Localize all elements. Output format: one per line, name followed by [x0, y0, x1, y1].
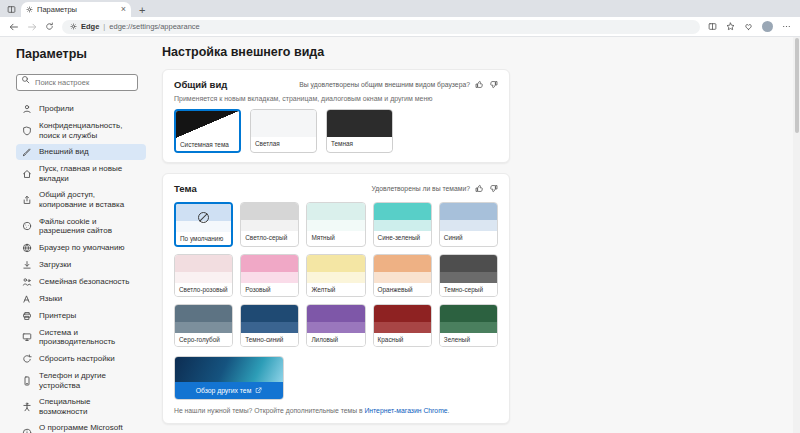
theme-tile[interactable]: Темно-синий — [240, 304, 299, 347]
theme-tile[interactable]: Светло-серый — [240, 202, 299, 247]
theme-label: Серо-голубой — [175, 333, 232, 346]
theme-label: Желтый — [307, 283, 364, 296]
browser-essentials-icon[interactable] — [744, 22, 753, 31]
tab-bar: Параметры × + — [0, 0, 800, 17]
more-menu-icon[interactable] — [782, 22, 791, 31]
theme-label: Лиловый — [307, 333, 364, 346]
phone-icon — [22, 376, 32, 386]
page-scrollbar[interactable] — [793, 37, 800, 433]
theme-tile[interactable]: Красный — [373, 304, 432, 347]
thumbs-up-icon[interactable] — [475, 80, 484, 89]
theme-label: Мятный — [307, 231, 364, 244]
theme-tile[interactable]: Лиловый — [306, 304, 365, 347]
themes-footer-text: Не нашли нужной темы? Откройте дополните… — [174, 407, 364, 414]
theme-preview — [374, 203, 431, 231]
thumbs-down-icon[interactable] — [489, 184, 498, 193]
tab-actions-icon[interactable] — [7, 5, 16, 14]
theme-preview — [241, 203, 298, 231]
general-options: Системная темаСветлаяТемная — [174, 109, 498, 153]
sidebar-item-label: Файлы cookie и разрешения сайтов — [39, 217, 140, 236]
sidebar-item-label: Семейная безопасность — [39, 277, 129, 287]
overall-appearance-option-dark[interactable]: Темная — [326, 109, 393, 153]
sidebar-item-reset-settings[interactable]: Сбросить настройки — [16, 351, 146, 367]
sidebar-item-about[interactable]: О программе Microsoft Edge — [16, 420, 146, 433]
overall-appearance-option-light[interactable]: Светлая — [250, 109, 317, 153]
sidebar-item-languages[interactable]: Языки — [16, 291, 146, 307]
favorites-star-icon[interactable] — [726, 22, 735, 31]
toolbar-icons — [708, 21, 791, 32]
sidebar-item-family-safety[interactable]: Семейная безопасность — [16, 274, 146, 290]
sidebar-item-printers[interactable]: Принтеры — [16, 308, 146, 324]
theme-tile[interactable]: Темно-серый — [439, 254, 498, 297]
sidebar-item-appearance[interactable]: Внешний вид — [16, 144, 146, 160]
back-icon[interactable] — [9, 22, 19, 32]
themes-footer-suffix: . — [448, 407, 450, 414]
address-bar[interactable]: Edge | edge://settings/appearance — [62, 20, 700, 34]
theme-tile[interactable]: По умолчанию — [174, 202, 233, 247]
thumbs-down-icon[interactable] — [489, 80, 498, 89]
theme-preview — [374, 305, 431, 333]
sidebar-item-profiles[interactable]: Профили — [16, 101, 146, 117]
browser-icon — [22, 243, 32, 253]
browser-tab[interactable]: Параметры × — [21, 2, 131, 17]
theme-tile[interactable]: Мятный — [306, 202, 365, 247]
sidebar-item-privacy[interactable]: Конфиденциальность, поиск и службы — [16, 118, 146, 143]
theme-tile[interactable]: Желтый — [306, 254, 365, 297]
theme-tile[interactable]: Синий — [439, 202, 498, 247]
browse-themes-label: Обзор других тем — [196, 387, 252, 394]
overall-appearance-option-system[interactable]: Системная тема — [174, 109, 241, 153]
search-input[interactable] — [16, 74, 138, 91]
theme-card-title: Тема — [174, 183, 197, 194]
cookie-icon — [22, 221, 32, 231]
new-tab-button[interactable]: + — [139, 5, 145, 16]
theme-grid: По умолчаниюСветло-серыйМятныйСине-зелен… — [174, 202, 498, 347]
profile-avatar[interactable] — [762, 21, 773, 32]
theme-preview — [307, 305, 364, 333]
info-icon — [22, 428, 32, 433]
sidebar-item-start-home-newtabs[interactable]: Пуск, главная и новые вкладки — [16, 161, 146, 186]
theme-label: Розовый — [241, 283, 298, 296]
browse-themes-banner[interactable]: Обзор других тем — [174, 356, 284, 400]
theme-label: Светло-розовый — [175, 283, 232, 296]
sidebar-item-label: Конфиденциальность, поиск и службы — [39, 121, 140, 140]
sidebar-item-downloads[interactable]: Загрузки — [16, 257, 146, 273]
sidebar-item-default-browser[interactable]: Браузер по умолчанию — [16, 240, 146, 256]
address-url: edge://settings/appearance — [109, 22, 199, 31]
theme-tile[interactable]: Сине-зеленый — [373, 202, 432, 247]
theme-tile[interactable]: Розовый — [240, 254, 299, 297]
sidebar-item-label: Специальные возможности — [39, 397, 140, 416]
sidebar-item-phone-devices[interactable]: Телефон и другие устройства — [16, 368, 146, 393]
thumbs-up-icon[interactable] — [475, 184, 484, 193]
split-screen-icon[interactable] — [708, 22, 717, 31]
theme-preview — [176, 204, 231, 232]
refresh-icon[interactable] — [45, 22, 54, 31]
browse-themes-button[interactable]: Обзор других тем — [175, 382, 283, 399]
sidebar-item-system-performance[interactable]: Система и производительность — [16, 325, 146, 350]
settings-main: Настройка внешнего вида Общий вид Вы удо… — [154, 37, 800, 433]
tab-close-icon[interactable]: × — [121, 5, 126, 14]
option-label: Светлая — [251, 137, 316, 150]
sidebar-item-label: Сбросить настройки — [39, 354, 115, 364]
scrollbar-thumb[interactable] — [795, 38, 799, 133]
theme-label: Темно-синий — [241, 333, 298, 346]
overall-appearance-title: Общий вид — [174, 79, 227, 90]
sidebar-item-label: Телефон и другие устройства — [39, 371, 140, 390]
sidebar-item-label: Общий доступ, копирование и вставка — [39, 190, 140, 209]
sidebar-item-accessibility[interactable]: Специальные возможности — [16, 394, 146, 419]
sidebar-item-label: Принтеры — [39, 311, 76, 321]
theme-label: Красный — [374, 333, 431, 346]
overall-feedback-question: Вы удовлетворены общим внешним видом бра… — [299, 81, 470, 88]
download-icon — [22, 260, 32, 270]
chrome-web-store-link[interactable]: Интернет-магазин Chrome — [364, 407, 447, 414]
theme-tile[interactable]: Оранжевый — [373, 254, 432, 297]
theme-tile[interactable]: Серо-голубой — [174, 304, 233, 347]
sidebar-item-label: Загрузки — [39, 260, 71, 270]
reset-icon — [22, 354, 32, 364]
theme-tile[interactable]: Светло-розовый — [174, 254, 233, 297]
theme-preview — [175, 255, 232, 283]
sidebar-item-share-copy-paste[interactable]: Общий доступ, копирование и вставка — [16, 187, 146, 212]
theme-tile[interactable]: Зеленый — [439, 304, 498, 347]
tab-title: Параметры — [37, 5, 117, 14]
sidebar-item-cookies-permissions[interactable]: Файлы cookie и разрешения сайтов — [16, 214, 146, 239]
theme-label: По умолчанию — [176, 232, 231, 245]
